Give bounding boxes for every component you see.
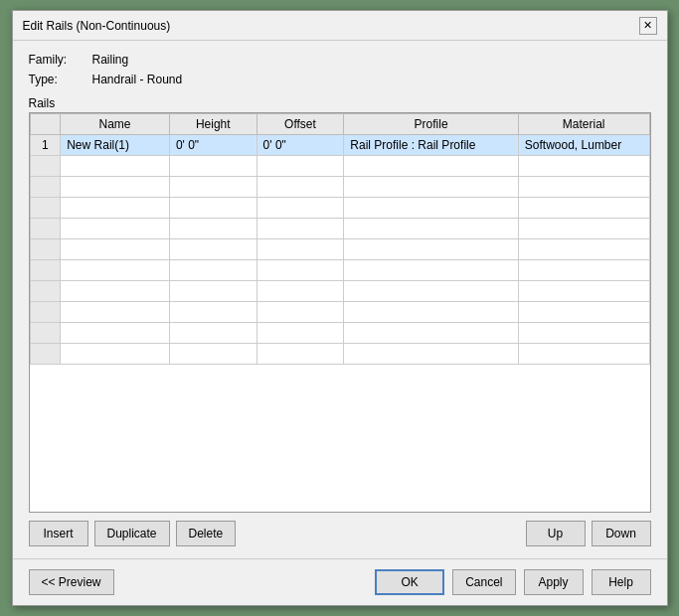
duplicate-button[interactable]: Duplicate [94, 521, 170, 546]
type-row: Type: Handrail - Round [29, 73, 651, 86]
cell-empty [169, 239, 256, 260]
cell-empty [256, 219, 344, 239]
cell-empty [169, 260, 256, 281]
cell-empty [518, 323, 649, 344]
cell-empty [169, 177, 256, 198]
dialog: Edit Rails (Non-Continuous) ✕ Family: Ra… [12, 10, 668, 606]
cell-empty [256, 281, 344, 302]
cell-empty [518, 344, 649, 365]
table-row-empty [30, 281, 649, 302]
cell-empty [256, 177, 344, 198]
col-header-profile: Profile [344, 114, 518, 135]
col-header-name: Name [61, 114, 170, 135]
type-label: Type: [29, 73, 88, 86]
table-button-row: Insert Duplicate Delete Up Down [29, 521, 651, 546]
cell-empty [30, 281, 61, 302]
cell-empty [344, 260, 518, 281]
help-button[interactable]: Help [592, 569, 651, 595]
rails-container: Rails Name Height Offset Profile Materia… [29, 92, 651, 546]
rails-table-wrapper[interactable]: Name Height Offset Profile Material 1New… [29, 112, 651, 513]
cell-empty [518, 260, 649, 281]
apply-button[interactable]: Apply [524, 569, 584, 595]
cell-empty [61, 281, 170, 302]
cell-empty [256, 198, 344, 219]
rails-group-label: Rails [29, 96, 651, 110]
rails-table: Name Height Offset Profile Material 1New… [30, 113, 650, 365]
cell-num: 1 [30, 135, 61, 156]
cell-empty [518, 219, 649, 239]
up-button[interactable]: Up [526, 521, 586, 546]
cell-height: 0' 0" [169, 135, 256, 156]
col-header-offset: Offset [256, 114, 344, 135]
cell-profile: Rail Profile : Rail Profile [344, 135, 518, 156]
cell-empty [256, 260, 344, 281]
cell-empty [518, 302, 649, 323]
family-label: Family: [29, 53, 88, 67]
cell-empty [61, 323, 170, 344]
cell-empty [256, 323, 344, 344]
cancel-button[interactable]: Cancel [452, 569, 515, 595]
cell-empty [30, 219, 61, 239]
table-row[interactable]: 1New Rail(1)0' 0"0' 0"Rail Profile : Rai… [30, 135, 649, 156]
down-button[interactable]: Down [592, 521, 651, 546]
cell-material: Softwood, Lumber [518, 135, 649, 156]
col-header-height: Height [169, 114, 256, 135]
cell-empty [61, 219, 170, 239]
cell-empty [256, 344, 344, 365]
col-header-material: Material [518, 114, 649, 135]
ok-button[interactable]: OK [375, 569, 444, 595]
table-row-empty [30, 239, 649, 260]
cell-empty [169, 281, 256, 302]
dialog-footer: << Preview OK Cancel Apply Help [13, 558, 667, 605]
cell-empty [344, 219, 518, 239]
table-header-row: Name Height Offset Profile Material [30, 114, 649, 135]
cell-empty [518, 177, 649, 198]
cell-empty [30, 344, 61, 365]
cell-empty [30, 239, 61, 260]
cell-empty [344, 302, 518, 323]
cell-empty [518, 239, 649, 260]
cell-empty [256, 302, 344, 323]
cell-empty [30, 260, 61, 281]
cell-empty [61, 239, 170, 260]
dialog-content: Family: Railing Type: Handrail - Round R… [13, 41, 667, 558]
title-bar: Edit Rails (Non-Continuous) ✕ [13, 11, 667, 41]
cell-empty [169, 156, 256, 177]
col-header-num [30, 114, 61, 135]
table-row-empty [30, 260, 649, 281]
cell-empty [169, 219, 256, 239]
cell-empty [61, 177, 170, 198]
cell-empty [169, 198, 256, 219]
cell-empty [344, 198, 518, 219]
family-value: Railing [92, 53, 129, 67]
cell-empty [344, 239, 518, 260]
cell-empty [169, 323, 256, 344]
cell-empty [518, 156, 649, 177]
cell-empty [256, 239, 344, 260]
cell-empty [30, 198, 61, 219]
cell-empty [518, 281, 649, 302]
cell-empty [344, 177, 518, 198]
cell-empty [30, 156, 61, 177]
cell-empty [61, 302, 170, 323]
table-row-empty [30, 156, 649, 177]
preview-button[interactable]: << Preview [29, 569, 114, 595]
dialog-title: Edit Rails (Non-Continuous) [23, 19, 171, 33]
cell-empty [169, 302, 256, 323]
table-row-empty [30, 302, 649, 323]
cell-empty [61, 260, 170, 281]
cell-empty [518, 198, 649, 219]
close-button[interactable]: ✕ [639, 17, 657, 35]
delete-button[interactable]: Delete [176, 521, 237, 546]
insert-button[interactable]: Insert [29, 521, 88, 546]
cell-empty [61, 156, 170, 177]
cell-empty [344, 323, 518, 344]
cell-name: New Rail(1) [61, 135, 170, 156]
cell-empty [344, 156, 518, 177]
cell-empty [30, 177, 61, 198]
family-row: Family: Railing [29, 53, 651, 67]
cell-empty [30, 302, 61, 323]
table-row-empty [30, 323, 649, 344]
table-row-empty [30, 344, 649, 365]
table-row-empty [30, 219, 649, 239]
